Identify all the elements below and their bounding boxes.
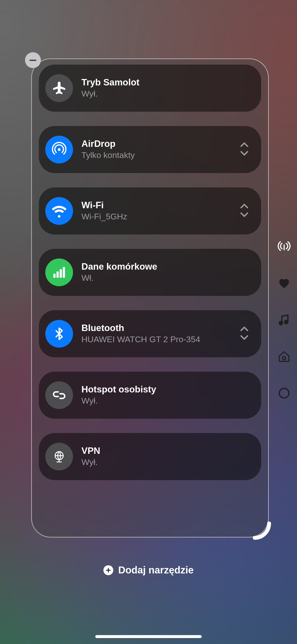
expand-chevrons-icon[interactable] <box>239 324 250 343</box>
home-indicator[interactable] <box>95 635 202 638</box>
connectivity-widget-panel[interactable]: Tryb Samolot Wył. AirDrop Tylko kontakty <box>31 58 269 538</box>
vpn-globe-icon <box>45 443 73 470</box>
resize-handle-icon <box>252 521 272 540</box>
row-subtitle: HUAWEI WATCH GT 2 Pro-354 <box>82 334 239 345</box>
row-title: Tryb Samolot <box>82 77 250 88</box>
row-labels: Tryb Samolot Wył. <box>82 77 250 99</box>
heart-icon <box>278 277 290 290</box>
category-connectivity[interactable] <box>278 240 290 253</box>
wifi-icon <box>45 197 73 225</box>
svg-rect-7 <box>63 267 65 278</box>
minus-icon <box>30 60 36 61</box>
add-widget-label: Dodaj narzędzie <box>118 564 194 576</box>
hotspot-chain-icon <box>45 381 73 409</box>
category-other[interactable] <box>278 387 290 400</box>
row-airdrop[interactable]: AirDrop Tylko kontakty <box>39 126 261 173</box>
broadcast-icon <box>278 240 290 253</box>
home-icon <box>278 350 290 363</box>
category-home[interactable] <box>278 350 290 363</box>
row-subtitle: Wył. <box>82 396 250 406</box>
category-rail <box>277 240 292 400</box>
row-title: Dane komórkowe <box>82 262 250 272</box>
add-widget-button[interactable]: Dodaj narzędzie <box>104 564 194 576</box>
svg-point-3 <box>58 148 61 151</box>
row-title: VPN <box>82 446 250 456</box>
svg-rect-6 <box>60 269 62 278</box>
row-labels: Hotspot osobisty Wył. <box>82 384 250 406</box>
row-labels: Bluetooth HUAWEI WATCH GT 2 Pro-354 <box>82 323 239 344</box>
row-labels: Wi-Fi Wi-Fi_5GHz <box>82 200 239 222</box>
row-title: Hotspot osobisty <box>82 384 250 395</box>
row-title: Wi-Fi <box>82 200 239 211</box>
row-bluetooth[interactable]: Bluetooth HUAWEI WATCH GT 2 Pro-354 <box>39 310 261 357</box>
row-title: AirDrop <box>82 139 239 149</box>
row-subtitle: Wi-Fi_5GHz <box>82 211 239 222</box>
row-subtitle: Wł. <box>82 272 250 283</box>
row-subtitle: Wył. <box>82 457 250 468</box>
row-wifi[interactable]: Wi-Fi Wi-Fi_5GHz <box>39 188 261 234</box>
expand-chevrons-icon[interactable] <box>239 201 250 220</box>
bluetooth-icon <box>45 320 73 348</box>
row-vpn[interactable]: VPN Wył. <box>39 433 261 480</box>
row-personal-hotspot[interactable]: Hotspot osobisty Wył. <box>39 372 261 419</box>
svg-point-1 <box>284 320 288 324</box>
svg-rect-4 <box>53 274 56 278</box>
row-subtitle: Wył. <box>82 88 250 99</box>
svg-point-0 <box>280 322 283 325</box>
expand-chevrons-icon[interactable] <box>239 140 250 159</box>
row-labels: AirDrop Tylko kontakty <box>82 139 239 160</box>
svg-point-2 <box>283 356 286 360</box>
row-cellular-data[interactable]: Dane komórkowe Wł. <box>39 249 261 296</box>
row-labels: VPN Wył. <box>82 446 250 467</box>
category-favorites[interactable] <box>278 277 290 290</box>
svg-rect-5 <box>56 271 59 278</box>
cellular-bars-icon <box>45 258 73 286</box>
remove-widget-button[interactable] <box>25 52 41 68</box>
row-airplane-mode[interactable]: Tryb Samolot Wył. <box>39 64 261 112</box>
music-note-icon <box>278 314 290 326</box>
category-music[interactable] <box>278 314 290 326</box>
airplane-icon <box>45 74 73 102</box>
row-title: Bluetooth <box>82 323 239 334</box>
ring-icon <box>279 388 290 399</box>
airdrop-icon <box>45 136 73 164</box>
plus-circle-icon <box>104 565 113 575</box>
row-labels: Dane komórkowe Wł. <box>82 262 250 283</box>
resize-handle[interactable] <box>252 521 272 540</box>
row-subtitle: Tylko kontakty <box>82 150 239 160</box>
